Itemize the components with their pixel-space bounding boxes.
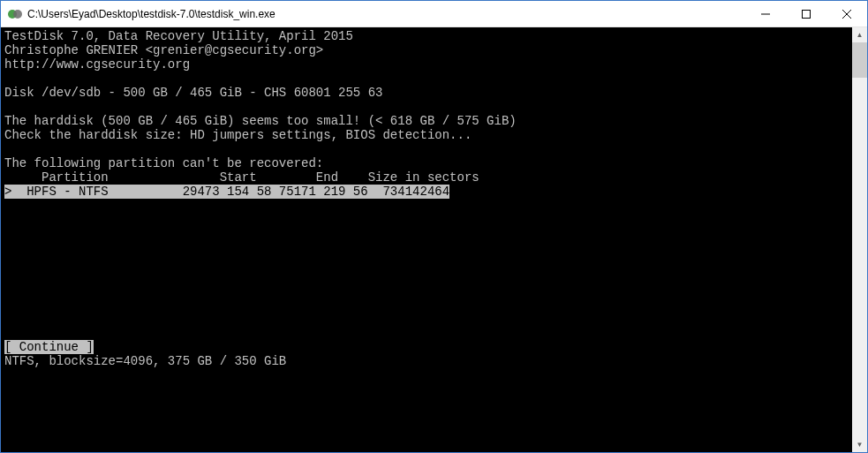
console-output[interactable]: TestDisk 7.0, Data Recovery Utility, Apr…: [1, 27, 852, 452]
window-title: C:\Users\Eyad\Desktop\testdisk-7.0\testd…: [27, 8, 745, 20]
scroll-up-icon[interactable]: ▲: [852, 27, 867, 42]
window-controls: [745, 1, 867, 26]
minimize-button[interactable]: [745, 1, 786, 26]
titlebar[interactable]: C:\Users\Eyad\Desktop\testdisk-7.0\testd…: [1, 1, 867, 27]
line-recover-header: The following partition can't be recover…: [4, 156, 323, 170]
maximize-button[interactable]: [786, 1, 826, 26]
partition-row-selected[interactable]: > HPFS - NTFS 29473 154 58 75171 219 56 …: [4, 185, 449, 199]
scroll-down-icon[interactable]: ▼: [852, 437, 867, 452]
app-window: C:\Users\Eyad\Desktop\testdisk-7.0\testd…: [0, 0, 868, 453]
line-warning-check: Check the harddisk size: HD jumpers sett…: [4, 128, 472, 142]
line-author: Christophe GRENIER <grenier@cgsecurity.o…: [4, 43, 323, 57]
app-icon: [8, 7, 22, 21]
line-columns: Partition Start End Size in sectors: [4, 170, 479, 185]
line-footer-info: NTFS, blocksize=4096, 375 GB / 350 GiB: [4, 354, 286, 368]
line-version: TestDisk 7.0, Data Recovery Utility, Apr…: [4, 29, 353, 43]
line-warning-size: The harddisk (500 GB / 465 GiB) seems to…: [4, 114, 517, 128]
line-disk-info: Disk /dev/sdb - 500 GB / 465 GiB - CHS 6…: [4, 86, 382, 100]
svg-point-1: [13, 10, 22, 19]
continue-button[interactable]: [ Continue ]: [4, 340, 94, 354]
line-url: http://www.cgsecurity.org: [4, 57, 190, 72]
close-button[interactable]: [826, 1, 867, 26]
console-area: TestDisk 7.0, Data Recovery Utility, Apr…: [1, 27, 867, 452]
svg-rect-3: [803, 10, 811, 18]
vertical-scrollbar[interactable]: ▲ ▼: [852, 27, 867, 452]
scroll-thumb[interactable]: [852, 42, 867, 78]
